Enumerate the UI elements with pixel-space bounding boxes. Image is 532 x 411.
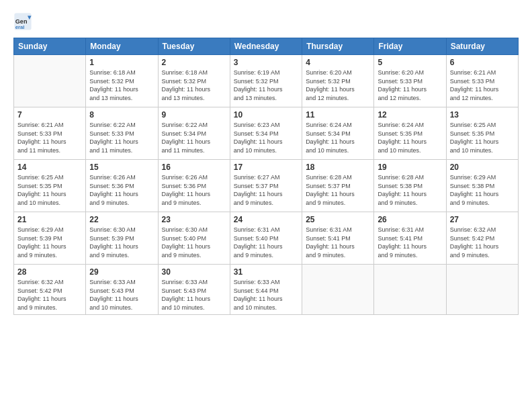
day-number: 27: [450, 215, 515, 224]
calendar-cell: 28Sunrise: 6:32 AM Sunset: 5:42 PM Dayli…: [14, 265, 86, 315]
day-number: 4: [306, 58, 370, 67]
day-info: Sunrise: 6:31 AM Sunset: 5:40 PM Dayligh…: [234, 226, 298, 259]
calendar-cell: 19Sunrise: 6:28 AM Sunset: 5:38 PM Dayli…: [374, 160, 446, 212]
logo: Gen eral: [13, 12, 35, 31]
day-info: Sunrise: 6:31 AM Sunset: 5:41 PM Dayligh…: [306, 226, 370, 259]
day-number: 14: [17, 163, 82, 172]
day-info: Sunrise: 6:30 AM Sunset: 5:40 PM Dayligh…: [162, 226, 226, 259]
calendar-cell: 12Sunrise: 6:24 AM Sunset: 5:35 PM Dayli…: [374, 107, 446, 160]
calendar-week-row: 7Sunrise: 6:21 AM Sunset: 5:33 PM Daylig…: [14, 107, 519, 160]
day-number: 22: [89, 215, 154, 224]
day-number: 8: [89, 110, 154, 120]
logo-icon: Gen eral: [13, 12, 32, 31]
day-number: 3: [234, 58, 298, 67]
calendar-header-friday: Friday: [374, 38, 446, 55]
calendar-header-monday: Monday: [86, 38, 158, 55]
calendar-cell: 10Sunrise: 6:23 AM Sunset: 5:34 PM Dayli…: [230, 107, 302, 160]
calendar-cell: [14, 55, 86, 107]
day-number: 12: [378, 110, 442, 120]
day-info: Sunrise: 6:24 AM Sunset: 5:34 PM Dayligh…: [306, 121, 370, 154]
day-number: 20: [450, 163, 515, 172]
calendar-cell: 21Sunrise: 6:29 AM Sunset: 5:39 PM Dayli…: [14, 212, 86, 265]
svg-text:eral: eral: [15, 24, 25, 30]
day-number: 9: [162, 110, 226, 120]
calendar-cell: 30Sunrise: 6:33 AM Sunset: 5:43 PM Dayli…: [158, 265, 230, 315]
day-number: 6: [450, 58, 515, 67]
day-number: 7: [17, 110, 82, 120]
day-number: 19: [378, 163, 442, 172]
day-number: 28: [17, 267, 82, 277]
day-info: Sunrise: 6:33 AM Sunset: 5:43 PM Dayligh…: [162, 278, 226, 312]
day-number: 17: [234, 163, 298, 172]
day-info: Sunrise: 6:22 AM Sunset: 5:33 PM Dayligh…: [89, 121, 154, 154]
calendar-cell: [374, 265, 446, 315]
calendar-week-row: 1Sunrise: 6:18 AM Sunset: 5:32 PM Daylig…: [14, 55, 519, 107]
day-info: Sunrise: 6:29 AM Sunset: 5:39 PM Dayligh…: [17, 226, 82, 259]
calendar-cell: 13Sunrise: 6:25 AM Sunset: 5:35 PM Dayli…: [446, 107, 518, 160]
calendar-table: SundayMondayTuesdayWednesdayThursdayFrid…: [13, 38, 519, 315]
day-info: Sunrise: 6:30 AM Sunset: 5:39 PM Dayligh…: [89, 226, 154, 259]
day-info: Sunrise: 6:21 AM Sunset: 5:33 PM Dayligh…: [450, 68, 515, 102]
day-number: 5: [378, 58, 442, 67]
day-number: 25: [306, 215, 370, 224]
day-number: 10: [234, 110, 298, 120]
calendar-cell: [302, 265, 374, 315]
day-info: Sunrise: 6:20 AM Sunset: 5:33 PM Dayligh…: [378, 68, 442, 102]
day-number: 16: [162, 163, 226, 172]
calendar-header-row: SundayMondayTuesdayWednesdayThursdayFrid…: [14, 38, 519, 55]
calendar-cell: 27Sunrise: 6:32 AM Sunset: 5:42 PM Dayli…: [446, 212, 518, 265]
day-info: Sunrise: 6:33 AM Sunset: 5:44 PM Dayligh…: [234, 278, 298, 312]
day-info: Sunrise: 6:32 AM Sunset: 5:42 PM Dayligh…: [450, 226, 515, 259]
calendar-week-row: 14Sunrise: 6:25 AM Sunset: 5:35 PM Dayli…: [14, 160, 519, 212]
calendar-cell: [446, 265, 518, 315]
day-number: 21: [17, 215, 82, 224]
day-info: Sunrise: 6:31 AM Sunset: 5:41 PM Dayligh…: [378, 226, 442, 259]
day-info: Sunrise: 6:28 AM Sunset: 5:37 PM Dayligh…: [306, 173, 370, 207]
calendar-cell: 25Sunrise: 6:31 AM Sunset: 5:41 PM Dayli…: [302, 212, 374, 265]
calendar-week-row: 21Sunrise: 6:29 AM Sunset: 5:39 PM Dayli…: [14, 212, 519, 265]
day-info: Sunrise: 6:20 AM Sunset: 5:32 PM Dayligh…: [306, 68, 370, 102]
calendar-header-tuesday: Tuesday: [158, 38, 230, 55]
day-info: Sunrise: 6:18 AM Sunset: 5:32 PM Dayligh…: [89, 68, 154, 102]
calendar-cell: 3Sunrise: 6:19 AM Sunset: 5:32 PM Daylig…: [230, 55, 302, 107]
day-number: 23: [162, 215, 226, 224]
calendar-cell: 15Sunrise: 6:26 AM Sunset: 5:36 PM Dayli…: [86, 160, 158, 212]
calendar-cell: 11Sunrise: 6:24 AM Sunset: 5:34 PM Dayli…: [302, 107, 374, 160]
day-info: Sunrise: 6:18 AM Sunset: 5:32 PM Dayligh…: [162, 68, 226, 102]
calendar-cell: 24Sunrise: 6:31 AM Sunset: 5:40 PM Dayli…: [230, 212, 302, 265]
calendar-cell: 9Sunrise: 6:22 AM Sunset: 5:34 PM Daylig…: [158, 107, 230, 160]
day-info: Sunrise: 6:28 AM Sunset: 5:38 PM Dayligh…: [378, 173, 442, 207]
calendar-cell: 8Sunrise: 6:22 AM Sunset: 5:33 PM Daylig…: [86, 107, 158, 160]
day-info: Sunrise: 6:21 AM Sunset: 5:33 PM Dayligh…: [17, 121, 82, 154]
day-number: 31: [234, 267, 298, 277]
day-number: 26: [378, 215, 442, 224]
calendar-cell: 22Sunrise: 6:30 AM Sunset: 5:39 PM Dayli…: [86, 212, 158, 265]
page-header: Gen eral: [13, 12, 519, 31]
calendar-header-thursday: Thursday: [302, 38, 374, 55]
calendar-cell: 4Sunrise: 6:20 AM Sunset: 5:32 PM Daylig…: [302, 55, 374, 107]
calendar-cell: 31Sunrise: 6:33 AM Sunset: 5:44 PM Dayli…: [230, 265, 302, 315]
day-info: Sunrise: 6:27 AM Sunset: 5:37 PM Dayligh…: [234, 173, 298, 207]
calendar-header-sunday: Sunday: [14, 38, 86, 55]
day-info: Sunrise: 6:33 AM Sunset: 5:43 PM Dayligh…: [89, 278, 154, 312]
calendar-cell: 5Sunrise: 6:20 AM Sunset: 5:33 PM Daylig…: [374, 55, 446, 107]
calendar-cell: 16Sunrise: 6:26 AM Sunset: 5:36 PM Dayli…: [158, 160, 230, 212]
calendar-cell: 14Sunrise: 6:25 AM Sunset: 5:35 PM Dayli…: [14, 160, 86, 212]
calendar-cell: 18Sunrise: 6:28 AM Sunset: 5:37 PM Dayli…: [302, 160, 374, 212]
calendar-cell: 6Sunrise: 6:21 AM Sunset: 5:33 PM Daylig…: [446, 55, 518, 107]
day-number: 15: [89, 163, 154, 172]
day-info: Sunrise: 6:24 AM Sunset: 5:35 PM Dayligh…: [378, 121, 442, 154]
calendar-week-row: 28Sunrise: 6:32 AM Sunset: 5:42 PM Dayli…: [14, 265, 519, 315]
day-number: 29: [89, 267, 154, 277]
day-info: Sunrise: 6:25 AM Sunset: 5:35 PM Dayligh…: [450, 121, 515, 154]
calendar-header-wednesday: Wednesday: [230, 38, 302, 55]
day-info: Sunrise: 6:26 AM Sunset: 5:36 PM Dayligh…: [89, 173, 154, 207]
day-number: 18: [306, 163, 370, 172]
calendar-cell: 17Sunrise: 6:27 AM Sunset: 5:37 PM Dayli…: [230, 160, 302, 212]
calendar-cell: 20Sunrise: 6:29 AM Sunset: 5:38 PM Dayli…: [446, 160, 518, 212]
day-info: Sunrise: 6:32 AM Sunset: 5:42 PM Dayligh…: [17, 278, 82, 312]
day-info: Sunrise: 6:22 AM Sunset: 5:34 PM Dayligh…: [162, 121, 226, 154]
calendar-header-saturday: Saturday: [446, 38, 518, 55]
calendar-cell: 26Sunrise: 6:31 AM Sunset: 5:41 PM Dayli…: [374, 212, 446, 265]
day-number: 2: [162, 58, 226, 67]
